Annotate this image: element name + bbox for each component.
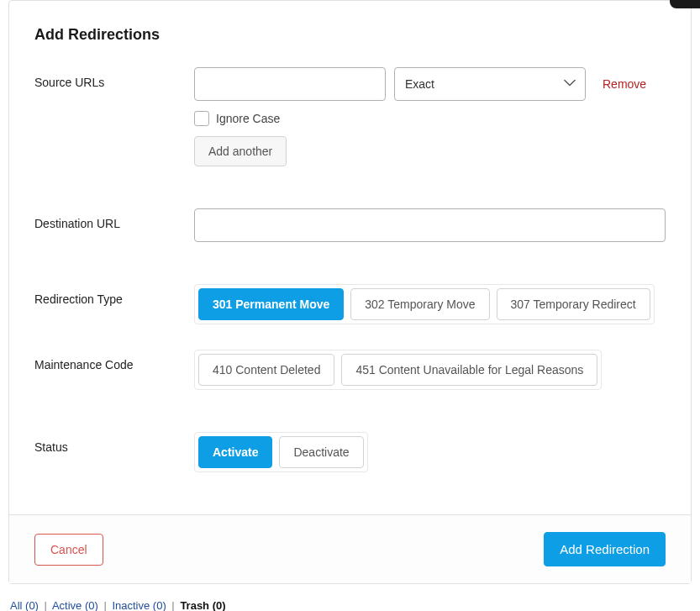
- add-redirection-panel: Add Redirections Source URLs Exact: [8, 0, 692, 584]
- filter-tabs: All (0) | Active (0) | Inactive (0) | Tr…: [0, 584, 700, 611]
- match-type-select[interactable]: Exact: [394, 67, 586, 101]
- maintenance-451-button[interactable]: 451 Content Unavailable for Legal Reason…: [341, 354, 597, 386]
- status-deactivate-button[interactable]: Deactivate: [279, 436, 363, 468]
- cancel-button[interactable]: Cancel: [34, 534, 103, 566]
- redirection-type-group: 301 Permanent Move 302 Temporary Move 30…: [194, 284, 655, 324]
- redirection-type-label: Redirection Type: [34, 284, 194, 306]
- ignore-case-checkbox[interactable]: [194, 111, 209, 126]
- status-activate-button[interactable]: Activate: [198, 436, 272, 468]
- ignore-case-label: Ignore Case: [216, 112, 280, 125]
- redirection-type-302-button[interactable]: 302 Temporary Move: [350, 288, 489, 320]
- filter-tab-all[interactable]: All (0): [10, 599, 39, 611]
- dark-corner-tab: [670, 0, 700, 8]
- redirection-type-301-button[interactable]: 301 Permanent Move: [198, 288, 344, 320]
- filter-tab-active[interactable]: Active (0): [52, 599, 98, 611]
- add-redirection-button[interactable]: Add Redirection: [544, 532, 666, 566]
- maintenance-code-label: Maintenance Code: [34, 350, 194, 371]
- separator: |: [45, 599, 47, 611]
- separator: |: [103, 599, 106, 611]
- maintenance-410-button[interactable]: 410 Content Deleted: [198, 354, 334, 386]
- status-group: Activate Deactivate: [194, 432, 368, 472]
- redirection-type-307-button[interactable]: 307 Temporary Redirect: [497, 288, 650, 320]
- page-title: Add Redirections: [34, 26, 666, 44]
- status-label: Status: [34, 432, 194, 454]
- destination-url-label: Destination URL: [34, 208, 194, 230]
- remove-source-link[interactable]: Remove: [603, 77, 646, 91]
- filter-tab-trash[interactable]: Trash (0): [180, 599, 225, 611]
- add-another-button[interactable]: Add another: [194, 136, 287, 166]
- destination-url-input[interactable]: [194, 208, 666, 242]
- source-url-input[interactable]: [194, 67, 386, 101]
- maintenance-code-group: 410 Content Deleted 451 Content Unavaila…: [194, 350, 602, 390]
- separator: |: [171, 599, 174, 611]
- filter-tab-inactive[interactable]: Inactive (0): [112, 599, 166, 611]
- source-urls-label: Source URLs: [34, 67, 194, 89]
